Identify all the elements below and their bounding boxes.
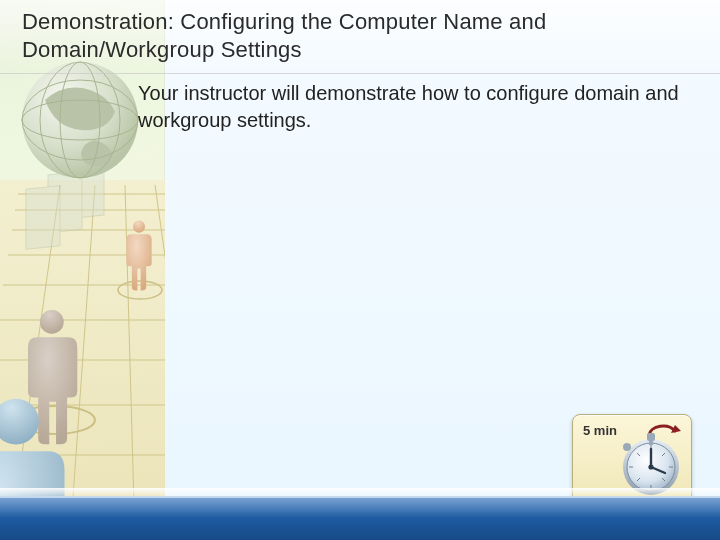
slide-body-text: Your instructor will demonstrate how to … [138, 80, 680, 134]
svg-point-26 [133, 221, 145, 233]
svg-point-34 [623, 443, 631, 451]
timer-label: 5 min [583, 423, 617, 438]
svg-rect-33 [649, 439, 653, 445]
slide: Demonstration: Configuring the Computer … [0, 0, 720, 540]
svg-point-45 [648, 464, 653, 469]
svg-rect-17 [26, 186, 60, 250]
slide-title: Demonstration: Configuring the Computer … [22, 8, 704, 63]
footer-band [0, 496, 720, 540]
title-bar: Demonstration: Configuring the Computer … [0, 0, 720, 74]
svg-point-27 [40, 310, 64, 334]
